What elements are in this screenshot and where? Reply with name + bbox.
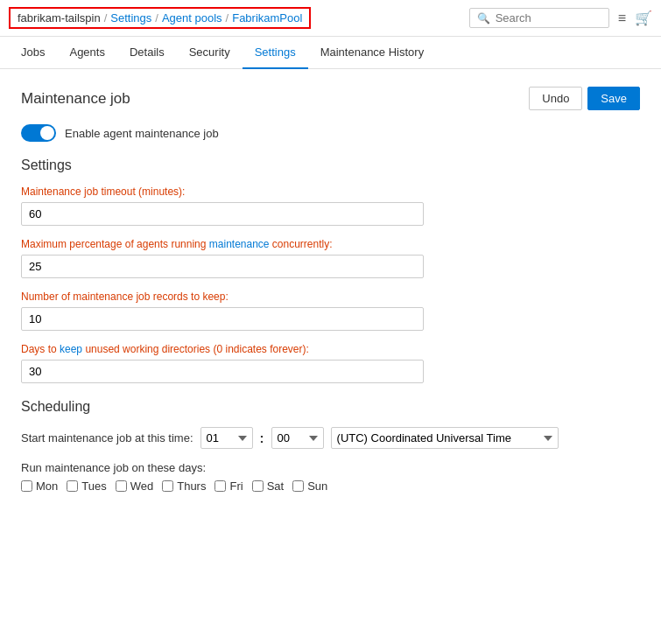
day-sat: Sat (252, 480, 285, 493)
day-thurs-label[interactable]: Thurs (177, 480, 206, 493)
toggle-row: Enable agent maintenance job (21, 124, 640, 142)
enable-toggle[interactable] (21, 124, 56, 142)
day-thurs-checkbox[interactable] (162, 480, 173, 492)
timezone-select[interactable]: (UTC) Coordinated Universal Time (UTC-05… (331, 427, 559, 449)
bag-icon[interactable]: 🛒 (635, 10, 652, 26)
breadcrumb-sep2: / (155, 11, 158, 24)
top-bar-right: 🔍 ≡ 🛒 (469, 8, 652, 28)
settings-section-title: Settings (21, 158, 640, 173)
field-days-keep-label-text2: unused working directories (0 indicates … (82, 343, 309, 355)
search-box: 🔍 (469, 8, 609, 28)
field-days-keep-label-text: Days to (21, 343, 60, 355)
breadcrumb-sep1: / (104, 11, 108, 24)
field-timeout-label: Maintenance job timeout (minutes): (21, 186, 640, 198)
start-time-row: Start maintenance job at this time: 01 0… (21, 427, 640, 449)
days-label: Run maintenance job on these days: (21, 461, 640, 474)
day-wed-checkbox[interactable] (116, 480, 127, 492)
day-tues-checkbox[interactable] (67, 480, 78, 492)
top-bar: fabrikam-tailspin / Settings / Agent poo… (0, 0, 661, 37)
scheduling-section: Scheduling Start maintenance job at this… (21, 399, 640, 493)
day-mon-label[interactable]: Mon (36, 480, 58, 493)
start-time-label: Start maintenance job at this time: (21, 431, 193, 444)
tab-settings[interactable]: Settings (243, 37, 308, 69)
day-sun-label[interactable]: Sun (307, 480, 327, 493)
maintenance-job-title: Maintenance job (21, 90, 130, 108)
day-fri: Fri (214, 480, 243, 493)
breadcrumb-sep3: / (226, 11, 229, 24)
breadcrumb: fabrikam-tailspin / Settings / Agent poo… (9, 7, 311, 29)
field-max-percentage-label-text2: concurrently: (270, 238, 333, 250)
day-tues: Tues (67, 480, 106, 493)
field-days-keep-label-highlight: keep (60, 343, 82, 355)
field-records-keep-label: Number of maintenance job records to kee… (21, 290, 640, 303)
days-row: Mon Tues Wed Thurs Fri (21, 480, 640, 493)
undo-button[interactable]: Undo (529, 87, 582, 110)
list-icon[interactable]: ≡ (618, 10, 626, 26)
toggle-knob (40, 126, 54, 140)
tab-bar: Jobs Agents Details Security Settings Ma… (0, 37, 661, 69)
tab-details[interactable]: Details (117, 37, 177, 69)
day-sun-checkbox[interactable] (292, 480, 304, 492)
day-wed: Wed (116, 480, 154, 493)
day-mon: Mon (21, 480, 58, 493)
hour-select[interactable]: 01 02 03 04 05 06 07 08 09 10 11 12 (200, 427, 253, 449)
day-mon-checkbox[interactable] (21, 480, 32, 492)
time-separator: : (260, 430, 264, 445)
field-records-keep-label-text: Number of maintenance job records to kee… (21, 290, 229, 303)
field-timeout-label-text: Maintenance job timeout (minutes): (21, 186, 185, 198)
search-icon: 🔍 (477, 12, 490, 24)
field-max-percentage-label: Maximum percentage of agents running mai… (21, 238, 640, 250)
action-buttons: Undo Save (529, 87, 640, 110)
breadcrumb-agent-pools[interactable]: Agent pools (162, 11, 222, 24)
field-timeout: Maintenance job timeout (minutes): (21, 186, 640, 226)
day-sat-label[interactable]: Sat (267, 480, 285, 493)
field-days-keep-label: Days to keep unused working directories … (21, 343, 640, 355)
tab-security[interactable]: Security (177, 37, 243, 69)
tab-maintenance[interactable]: Maintenance History (308, 37, 437, 69)
save-button[interactable]: Save (587, 87, 640, 110)
breadcrumb-settings[interactable]: Settings (110, 11, 151, 24)
field-max-percentage-label-highlight: maintenance (209, 238, 270, 250)
minute-select[interactable]: 00 15 30 45 (271, 427, 324, 449)
tab-jobs[interactable]: Jobs (9, 37, 57, 69)
day-sun: Sun (292, 480, 327, 493)
toggle-label: Enable agent maintenance job (65, 127, 219, 140)
field-days-keep: Days to keep unused working directories … (21, 343, 640, 383)
field-max-percentage: Maximum percentage of agents running mai… (21, 238, 640, 278)
day-wed-label[interactable]: Wed (130, 480, 154, 493)
day-fri-checkbox[interactable] (214, 480, 226, 492)
settings-section: Settings Maintenance job timeout (minute… (21, 158, 640, 383)
field-records-keep-input[interactable] (21, 307, 424, 331)
section-header: Maintenance job Undo Save (21, 87, 640, 110)
field-days-keep-input[interactable] (21, 360, 424, 383)
day-tues-label[interactable]: Tues (81, 480, 106, 493)
days-section: Run maintenance job on these days: Mon T… (21, 461, 640, 493)
breadcrumb-org[interactable]: fabrikam-tailspin (18, 11, 101, 24)
main-content: Maintenance job Undo Save Enable agent m… (0, 69, 661, 510)
tab-agents[interactable]: Agents (57, 37, 116, 69)
field-max-percentage-label-text: Maximum percentage of agents running (21, 238, 209, 250)
day-sat-checkbox[interactable] (252, 480, 264, 492)
day-fri-label[interactable]: Fri (229, 480, 243, 493)
scheduling-title: Scheduling (21, 399, 640, 415)
breadcrumb-fabrikam-pool[interactable]: FabrikamPool (232, 11, 302, 24)
field-timeout-input[interactable] (21, 202, 424, 226)
field-max-percentage-input[interactable] (21, 255, 424, 278)
search-input[interactable] (496, 11, 601, 24)
day-thurs: Thurs (162, 480, 206, 493)
field-records-keep: Number of maintenance job records to kee… (21, 290, 640, 331)
